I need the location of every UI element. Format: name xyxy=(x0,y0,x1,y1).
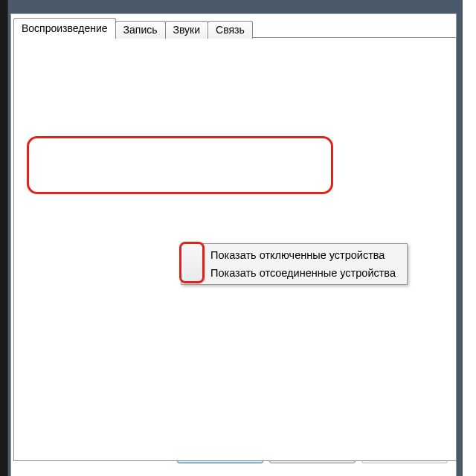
menu-show-disconnected[interactable]: Показать отсоединенные устройства xyxy=(184,264,405,282)
tab-sounds[interactable]: Звуки xyxy=(165,21,209,39)
tab-strip: Воспроизведение Запись Звуки Связь xyxy=(13,18,253,39)
tab-communications[interactable]: Связь xyxy=(208,21,253,39)
tab-recording[interactable]: Запись xyxy=(115,21,166,39)
menu-show-disabled[interactable]: Показать отключенные устройства xyxy=(184,246,405,264)
window-outer-frame: Воспроизведение Запись Звуки Связь Выбер… xyxy=(0,0,463,476)
context-menu: Показать отключенные устройства Показать… xyxy=(181,243,408,285)
tab-playback[interactable]: Воспроизведение xyxy=(13,18,116,39)
